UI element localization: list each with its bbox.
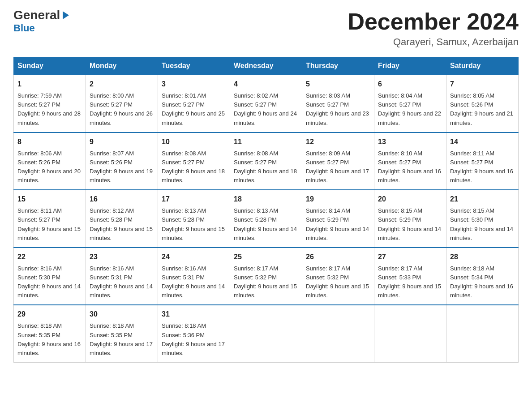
col-header-wednesday: Wednesday [230, 57, 302, 75]
day-number: 3 [162, 79, 226, 90]
day-number: 28 [450, 252, 515, 262]
day-info: Sunrise: 8:18 AMSunset: 5:35 PMDaylight:… [90, 322, 153, 356]
day-info: Sunrise: 8:16 AMSunset: 5:30 PMDaylight:… [17, 265, 81, 299]
day-info: Sunrise: 8:17 AMSunset: 5:33 PMDaylight:… [378, 265, 441, 299]
col-header-thursday: Thursday [302, 57, 374, 75]
location-subtitle: Qarayeri, Samux, Azerbaijan [348, 36, 519, 48]
calendar-cell: 8 Sunrise: 8:06 AMSunset: 5:26 PMDayligh… [14, 133, 86, 190]
calendar-cell [446, 305, 519, 362]
day-info: Sunrise: 8:07 AMSunset: 5:26 PMDaylight:… [90, 150, 153, 184]
col-header-tuesday: Tuesday [158, 57, 230, 75]
day-info: Sunrise: 8:11 AMSunset: 5:27 PMDaylight:… [450, 150, 513, 184]
calendar-cell: 20 Sunrise: 8:15 AMSunset: 5:29 PMDaylig… [374, 190, 446, 248]
day-info: Sunrise: 8:03 AMSunset: 5:27 PMDaylight:… [306, 92, 369, 126]
calendar-cell: 3 Sunrise: 8:01 AMSunset: 5:27 PMDayligh… [158, 75, 230, 133]
calendar-cell: 2 Sunrise: 8:00 AMSunset: 5:27 PMDayligh… [86, 75, 158, 133]
page-header: General Blue December 2024 Qarayeri, Sam… [13, 9, 519, 48]
calendar-cell: 10 Sunrise: 8:08 AMSunset: 5:27 PMDaylig… [158, 133, 230, 190]
day-number: 10 [162, 137, 226, 147]
day-number: 6 [378, 79, 442, 90]
day-number: 9 [90, 137, 154, 147]
calendar-cell [302, 305, 374, 362]
calendar-cell: 26 Sunrise: 8:17 AMSunset: 5:32 PMDaylig… [302, 248, 374, 305]
calendar-cell: 12 Sunrise: 8:09 AMSunset: 5:27 PMDaylig… [302, 133, 374, 190]
logo-blue: Blue [13, 22, 35, 34]
calendar-cell: 13 Sunrise: 8:10 AMSunset: 5:27 PMDaylig… [374, 133, 446, 190]
calendar-cell: 22 Sunrise: 8:16 AMSunset: 5:30 PMDaylig… [14, 248, 86, 305]
day-number: 27 [378, 252, 442, 262]
day-number: 1 [17, 79, 82, 90]
col-header-sunday: Sunday [14, 57, 86, 75]
calendar-cell: 29 Sunrise: 8:18 AMSunset: 5:35 PMDaylig… [14, 305, 86, 362]
calendar-cell: 14 Sunrise: 8:11 AMSunset: 5:27 PMDaylig… [446, 133, 519, 190]
day-number: 24 [162, 252, 226, 262]
day-info: Sunrise: 8:06 AMSunset: 5:26 PMDaylight:… [17, 150, 81, 184]
day-number: 19 [306, 194, 370, 205]
day-number: 14 [450, 137, 515, 147]
calendar-cell [230, 305, 302, 362]
day-number: 13 [378, 137, 442, 147]
calendar-week-row: 22 Sunrise: 8:16 AMSunset: 5:30 PMDaylig… [14, 248, 519, 305]
day-info: Sunrise: 8:16 AMSunset: 5:31 PMDaylight:… [162, 265, 225, 299]
logo: General Blue [13, 9, 71, 34]
day-info: Sunrise: 8:08 AMSunset: 5:27 PMDaylight:… [234, 150, 297, 184]
day-info: Sunrise: 8:11 AMSunset: 5:27 PMDaylight:… [17, 207, 81, 241]
day-number: 7 [450, 79, 515, 90]
calendar-cell: 30 Sunrise: 8:18 AMSunset: 5:35 PMDaylig… [86, 305, 158, 362]
day-info: Sunrise: 8:18 AMSunset: 5:35 PMDaylight:… [17, 322, 81, 356]
day-number: 29 [17, 309, 82, 320]
logo-arrow-icon [61, 10, 71, 20]
day-number: 16 [90, 194, 154, 205]
calendar-cell: 6 Sunrise: 8:04 AMSunset: 5:27 PMDayligh… [374, 75, 446, 133]
day-number: 20 [378, 194, 442, 205]
day-info: Sunrise: 7:59 AMSunset: 5:27 PMDaylight:… [17, 92, 81, 126]
day-info: Sunrise: 8:12 AMSunset: 5:28 PMDaylight:… [90, 207, 153, 241]
calendar-cell: 27 Sunrise: 8:17 AMSunset: 5:33 PMDaylig… [374, 248, 446, 305]
calendar-header-row: SundayMondayTuesdayWednesdayThursdayFrid… [14, 57, 519, 75]
day-info: Sunrise: 8:05 AMSunset: 5:26 PMDaylight:… [450, 92, 513, 126]
day-number: 12 [306, 137, 370, 147]
calendar-cell: 18 Sunrise: 8:13 AMSunset: 5:28 PMDaylig… [230, 190, 302, 248]
calendar-table: SundayMondayTuesdayWednesdayThursdayFrid… [13, 57, 519, 363]
day-info: Sunrise: 8:18 AMSunset: 5:34 PMDaylight:… [450, 265, 513, 299]
day-info: Sunrise: 8:15 AMSunset: 5:30 PMDaylight:… [450, 207, 513, 241]
month-year-title: December 2024 [348, 9, 519, 34]
svg-marker-0 [63, 11, 69, 19]
calendar-cell: 25 Sunrise: 8:17 AMSunset: 5:32 PMDaylig… [230, 248, 302, 305]
calendar-cell: 7 Sunrise: 8:05 AMSunset: 5:26 PMDayligh… [446, 75, 519, 133]
col-header-saturday: Saturday [446, 57, 519, 75]
day-info: Sunrise: 8:16 AMSunset: 5:31 PMDaylight:… [90, 265, 153, 299]
day-info: Sunrise: 8:18 AMSunset: 5:36 PMDaylight:… [162, 322, 225, 356]
day-number: 15 [17, 194, 82, 205]
calendar-week-row: 29 Sunrise: 8:18 AMSunset: 5:35 PMDaylig… [14, 305, 519, 362]
calendar-cell: 31 Sunrise: 8:18 AMSunset: 5:36 PMDaylig… [158, 305, 230, 362]
logo-general: General [13, 9, 60, 21]
day-info: Sunrise: 8:00 AMSunset: 5:27 PMDaylight:… [90, 92, 153, 126]
day-info: Sunrise: 8:17 AMSunset: 5:32 PMDaylight:… [234, 265, 297, 299]
day-info: Sunrise: 8:04 AMSunset: 5:27 PMDaylight:… [378, 92, 441, 126]
calendar-cell: 16 Sunrise: 8:12 AMSunset: 5:28 PMDaylig… [86, 190, 158, 248]
calendar-cell: 23 Sunrise: 8:16 AMSunset: 5:31 PMDaylig… [86, 248, 158, 305]
col-header-monday: Monday [86, 57, 158, 75]
calendar-cell [374, 305, 446, 362]
calendar-cell: 21 Sunrise: 8:15 AMSunset: 5:30 PMDaylig… [446, 190, 519, 248]
calendar-cell: 19 Sunrise: 8:14 AMSunset: 5:29 PMDaylig… [302, 190, 374, 248]
day-info: Sunrise: 8:15 AMSunset: 5:29 PMDaylight:… [378, 207, 441, 241]
calendar-cell: 5 Sunrise: 8:03 AMSunset: 5:27 PMDayligh… [302, 75, 374, 133]
title-block: December 2024 Qarayeri, Samux, Azerbaija… [348, 9, 519, 48]
day-number: 18 [234, 194, 298, 205]
day-info: Sunrise: 8:10 AMSunset: 5:27 PMDaylight:… [378, 150, 441, 184]
calendar-week-row: 8 Sunrise: 8:06 AMSunset: 5:26 PMDayligh… [14, 133, 519, 190]
day-number: 31 [162, 309, 226, 320]
day-info: Sunrise: 8:13 AMSunset: 5:28 PMDaylight:… [234, 207, 297, 241]
day-number: 4 [234, 79, 298, 90]
calendar-cell: 28 Sunrise: 8:18 AMSunset: 5:34 PMDaylig… [446, 248, 519, 305]
day-number: 11 [234, 137, 298, 147]
day-number: 2 [90, 79, 154, 90]
day-number: 22 [17, 252, 82, 262]
day-number: 26 [306, 252, 370, 262]
calendar-week-row: 15 Sunrise: 8:11 AMSunset: 5:27 PMDaylig… [14, 190, 519, 248]
day-info: Sunrise: 8:13 AMSunset: 5:28 PMDaylight:… [162, 207, 225, 241]
calendar-cell: 1 Sunrise: 7:59 AMSunset: 5:27 PMDayligh… [14, 75, 86, 133]
day-info: Sunrise: 8:02 AMSunset: 5:27 PMDaylight:… [234, 92, 297, 126]
